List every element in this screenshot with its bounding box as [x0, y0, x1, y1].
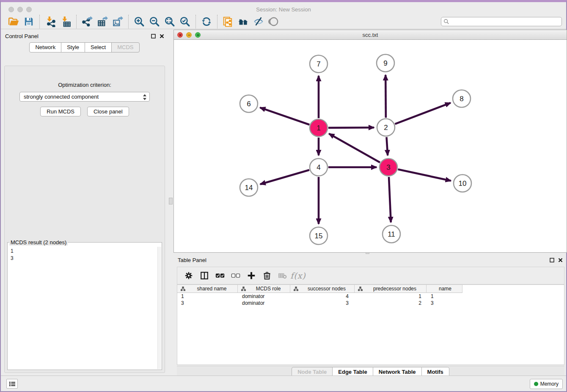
graph-node-2[interactable]: 2 [377, 119, 395, 136]
deselect-all-rows-button[interactable] [228, 268, 243, 283]
network-window-titlebar[interactable]: scc.txt [174, 30, 567, 40]
graph-edge-4-14[interactable] [260, 170, 309, 184]
table-cell-shared_name[interactable]: 1 [177, 293, 238, 300]
tab-select[interactable]: Select [85, 42, 112, 52]
graph-node-14[interactable]: 14 [240, 179, 258, 196]
graph-node-11[interactable]: 11 [383, 226, 400, 243]
search-icon [443, 19, 449, 25]
show-graphics-details-button[interactable] [266, 15, 281, 28]
new-network-from-selection-button[interactable] [220, 15, 236, 28]
graph-node-10[interactable]: 10 [454, 175, 471, 192]
graph-edge-2-3[interactable] [386, 137, 388, 155]
table-cell-shared_name[interactable]: 3 [177, 300, 238, 306]
graph-edge-3-10[interactable] [398, 169, 451, 181]
select-all-rows-button[interactable] [212, 268, 228, 283]
table-cell-successor_nodes[interactable]: 4 [290, 293, 355, 300]
add-column-button[interactable] [243, 268, 259, 283]
minimize-window-icon[interactable] [17, 7, 23, 12]
zoom-out-button[interactable] [147, 15, 162, 28]
table-cell-successor_nodes[interactable]: 3 [290, 300, 355, 306]
column-header-shared-name[interactable]: shared name [177, 285, 238, 293]
function-builder-button[interactable]: f(x) [290, 268, 306, 283]
float-table-panel-icon[interactable] [550, 258, 554, 262]
first-neighbors-button[interactable] [236, 15, 251, 28]
maximize-window-icon[interactable] [26, 7, 32, 12]
column-header-MCDS-role[interactable]: MCDS role [238, 285, 290, 293]
column-header-predecessor-nodes[interactable]: predecessor nodes [355, 285, 427, 293]
mcds-result-area[interactable]: 1 3 [8, 247, 161, 369]
export-table-icon [97, 16, 108, 27]
deselect-all-icon [231, 271, 240, 280]
column-header-label: predecessor nodes [373, 286, 416, 292]
zoom-selected-button[interactable] [177, 15, 193, 28]
network-view-window: scc.txt 7968124314101511 [173, 30, 567, 253]
optimization-criterion-select[interactable]: strongly connected component [19, 92, 150, 102]
column-header-successor-nodes[interactable]: successor nodes [290, 285, 355, 293]
open-file-button[interactable] [6, 15, 21, 28]
save-session-button[interactable] [21, 15, 36, 28]
graph-node-15[interactable]: 15 [310, 227, 328, 245]
import-table-button[interactable] [58, 15, 73, 28]
tab-mcds[interactable]: MCDS [111, 42, 139, 52]
memory-button[interactable]: Memory [530, 379, 563, 389]
graph-node-1[interactable]: 1 [310, 119, 328, 137]
export-image-button[interactable] [110, 15, 125, 28]
window-title: Session: New Session [1, 6, 566, 13]
zoom-in-button[interactable] [132, 15, 147, 28]
vertical-split-grip[interactable] [169, 198, 173, 204]
column-header-name[interactable]: name [427, 285, 462, 293]
table-cell-mcds_role[interactable]: dominator [238, 300, 290, 306]
import-network-button[interactable] [43, 15, 58, 28]
graph-edge-3-11[interactable] [389, 177, 391, 222]
search-input[interactable] [441, 17, 562, 26]
network-canvas[interactable]: 7968124314101511 [174, 40, 567, 252]
table-cell-predecessor_nodes[interactable]: 1 [355, 293, 427, 300]
graph-node-label: 1 [317, 124, 320, 132]
delete-table-button[interactable] [275, 268, 290, 283]
close-window-icon[interactable] [8, 7, 14, 12]
close-panel-button[interactable]: Close panel [87, 107, 129, 116]
graph-edge-1-2[interactable] [328, 127, 374, 128]
close-panel-icon[interactable] [160, 34, 164, 39]
zoom-fit-button[interactable] [162, 15, 177, 28]
graph-node-3[interactable]: 3 [380, 159, 397, 176]
network-maximize-icon[interactable] [195, 32, 201, 38]
network-close-icon[interactable] [177, 32, 183, 38]
graph-node-label: 14 [245, 184, 253, 192]
delete-column-button[interactable] [259, 268, 275, 283]
table-settings-button[interactable] [181, 268, 196, 283]
graph-edge-2-8[interactable] [395, 103, 451, 124]
export-table-button[interactable] [95, 15, 110, 28]
refresh-view-button[interactable] [199, 15, 214, 28]
task-history-button[interactable] [6, 379, 18, 389]
tab-style[interactable]: Style [61, 42, 85, 52]
main-titlebar[interactable]: Session: New Session [1, 4, 566, 14]
show-columns-button[interactable] [196, 268, 212, 283]
close-table-panel-icon[interactable] [558, 258, 563, 262]
table-cell-name[interactable]: 1 [427, 293, 462, 300]
run-mcds-button[interactable]: Run MCDS [40, 107, 81, 116]
float-panel-icon[interactable] [151, 34, 156, 39]
export-network-button[interactable] [80, 15, 95, 28]
graph-edge-1-6[interactable] [260, 108, 309, 124]
optimization-criterion-label: Optimization criterion: [5, 82, 165, 88]
table-cell-name[interactable]: 3 [427, 300, 462, 306]
graph-edge-2-9[interactable] [385, 75, 386, 118]
graph-node-7[interactable]: 7 [310, 55, 328, 73]
network-minimize-icon[interactable] [186, 32, 192, 38]
fx-icon: f(x) [290, 271, 306, 280]
graph-node-6[interactable]: 6 [240, 95, 258, 113]
result-scrollbar[interactable] [157, 247, 161, 369]
hide-selected-button[interactable] [251, 15, 266, 28]
tab-network[interactable]: Network [29, 42, 61, 52]
graph-node-9[interactable]: 9 [377, 55, 394, 72]
graph-node-8[interactable]: 8 [453, 90, 471, 108]
select-stepper-icon [143, 94, 147, 100]
column-header-label: shared name [197, 286, 226, 292]
toolbar-separator [39, 15, 40, 28]
zoom-selected-icon [179, 16, 190, 27]
graph-node-4[interactable]: 4 [310, 159, 328, 176]
table-cell-mcds_role[interactable]: dominator [238, 293, 290, 300]
table-cell-predecessor_nodes[interactable]: 2 [355, 300, 427, 306]
graph-edge-3-1[interactable] [329, 134, 380, 163]
